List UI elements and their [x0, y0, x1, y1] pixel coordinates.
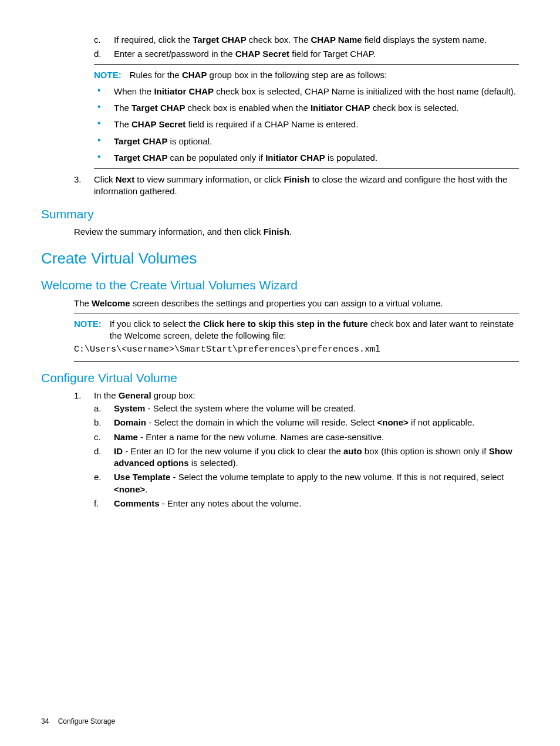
substep-d2: d.ID - Enter an ID for the new volume if…: [94, 445, 519, 470]
note-chap-rules: NOTE: Rules for the CHAP group box in th…: [94, 64, 519, 170]
configure-steps: 1. In the General group box: a.System - …: [74, 390, 519, 512]
bullet-item: •When the Initiator CHAP check box is se…: [94, 86, 519, 97]
note-bullet-list: •When the Initiator CHAP check box is se…: [94, 86, 519, 164]
substep-a: a.System - Select the system where the v…: [94, 403, 519, 414]
bullet-icon: •: [94, 119, 114, 130]
step-body: In the General group box: a.System - Sel…: [94, 390, 519, 512]
page-number: 34: [41, 717, 49, 725]
step-continuation: c. If required, click the Target CHAP ch…: [74, 34, 519, 198]
substep-b: b.Domain - Select the domain in which th…: [94, 417, 519, 428]
preferences-path: C:\Users\<username>\SmartStart\preferenc…: [74, 344, 519, 356]
note-label: NOTE:: [74, 318, 102, 342]
step-3: 3. Click Next to view summary informatio…: [74, 174, 519, 198]
bullet-icon: •: [94, 152, 114, 164]
footer-section-title: Configure Storage: [58, 717, 115, 725]
bullet-item: •Target CHAP can be populated only if In…: [94, 152, 519, 164]
bullet-icon: •: [94, 102, 114, 114]
summary-text: Review the summary information, and then…: [74, 226, 519, 238]
note-text: Rules for the CHAP group box in the foll…: [130, 69, 519, 81]
heading-create-virtual-volumes: Create Virtual Volumes: [41, 248, 519, 269]
step-number: 1.: [74, 390, 94, 512]
step-number: 3.: [74, 174, 94, 198]
substep-body: Enter a secret/password in the CHAP Secr…: [114, 48, 519, 60]
heading-summary: Summary: [41, 206, 519, 222]
substep-letter: d.: [94, 48, 114, 60]
substep-f: f.Comments - Enter any notes about the v…: [94, 498, 519, 509]
step-body: Click Next to view summary information, …: [94, 174, 519, 198]
note-skip-step: NOTE: If you click to select the Click h…: [74, 313, 519, 362]
bullet-item: •Target CHAP is optional.: [94, 136, 519, 147]
substep-c2: c.Name - Enter a name for the new volume…: [94, 431, 519, 443]
substep-letter: c.: [94, 34, 114, 46]
note-label: NOTE:: [94, 69, 122, 81]
welcome-text: The Welcome screen describes the setting…: [74, 298, 519, 309]
substep-body: If required, click the Target CHAP check…: [114, 34, 519, 46]
substep-e: e.Use Template - Select the volume templ…: [94, 471, 519, 495]
bullet-icon: •: [94, 136, 114, 147]
bullet-icon: •: [94, 86, 114, 97]
heading-welcome-wizard: Welcome to the Create Virtual Volumes Wi…: [41, 277, 519, 293]
heading-configure-virtual-volume: Configure Virtual Volume: [41, 370, 519, 386]
substep-c: c. If required, click the Target CHAP ch…: [94, 34, 519, 46]
note-text: If you click to select the Click here to…: [110, 318, 519, 342]
config-step-1: 1. In the General group box: a.System - …: [74, 390, 519, 512]
bullet-item: •The CHAP Secret field is required if a …: [94, 119, 519, 130]
page-footer: 34 Configure Storage: [41, 717, 115, 726]
bullet-item: •The Target CHAP check box is enabled wh…: [94, 102, 519, 114]
substep-d: d. Enter a secret/password in the CHAP S…: [94, 48, 519, 60]
